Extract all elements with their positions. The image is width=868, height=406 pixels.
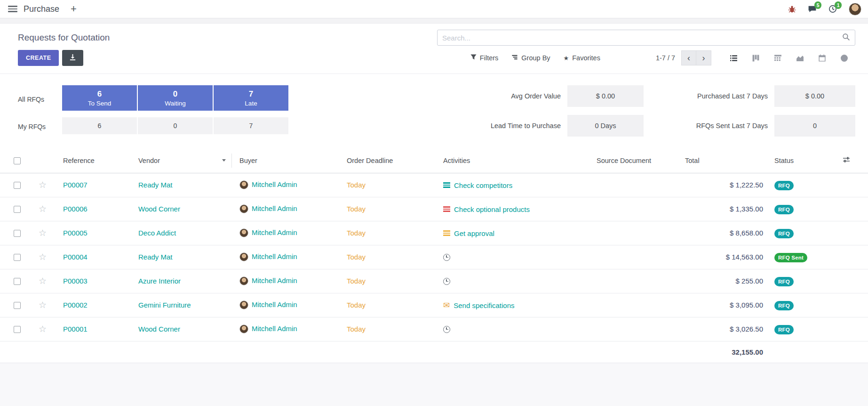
buyer-link[interactable]: Mitchell Admin (252, 180, 297, 188)
reference-link[interactable]: P00003 (63, 277, 88, 285)
search-input[interactable] (442, 34, 842, 42)
user-avatar[interactable] (849, 3, 861, 16)
pager-previous-button[interactable] (681, 50, 696, 65)
search-box[interactable] (437, 30, 855, 46)
buyer-link[interactable]: Mitchell Admin (252, 325, 297, 333)
vendor-link[interactable]: Wood Corner (138, 205, 180, 213)
activity-label[interactable]: Check competitors (454, 181, 512, 189)
column-header-activities[interactable]: Activities (436, 148, 591, 173)
reference-link[interactable]: P00007 (63, 181, 88, 189)
buyer-link[interactable]: Mitchell Admin (252, 228, 297, 236)
favorite-star-icon[interactable] (39, 180, 47, 190)
envelope-icon[interactable] (443, 301, 450, 309)
vendor-link[interactable]: Deco Addict (138, 229, 176, 237)
favorites-button[interactable]: Favorites (564, 54, 600, 62)
buyer-link[interactable]: Mitchell Admin (252, 276, 297, 284)
tasks-icon[interactable] (443, 230, 450, 236)
buyer-link[interactable]: Mitchell Admin (252, 252, 297, 260)
content-background (0, 363, 868, 406)
footer-total: 32,155.00 (732, 348, 763, 356)
vendor-link[interactable]: Azure Interior (138, 277, 181, 285)
column-header-total[interactable]: Total (685, 148, 770, 173)
vendor-link[interactable]: Wood Corner (138, 325, 180, 333)
kanban-view-button[interactable] (745, 50, 767, 66)
apps-menu-icon[interactable] (8, 6, 17, 12)
column-header-order-deadline[interactable]: Order Deadline (339, 148, 436, 173)
reference-link[interactable]: P00004 (63, 253, 88, 261)
debug-bug-icon[interactable] (788, 5, 796, 13)
search-icon[interactable] (842, 33, 850, 43)
vendor-link[interactable]: Gemini Furniture (138, 301, 191, 309)
pivot-view-button[interactable] (767, 50, 789, 66)
reference-link[interactable]: P00002 (63, 301, 88, 309)
row-checkbox[interactable] (14, 254, 21, 261)
reference-link[interactable]: P00001 (63, 325, 88, 333)
messages-badge: 5 (814, 1, 821, 9)
status-badge: RFQ (774, 301, 794, 310)
vendor-link[interactable]: Ready Mat (138, 181, 173, 189)
clock-icon[interactable] (443, 278, 450, 285)
favorite-star-icon[interactable] (39, 276, 47, 286)
create-button[interactable]: CREATE (18, 50, 59, 66)
download-button[interactable] (62, 50, 83, 66)
column-header-buyer[interactable]: Buyer (232, 148, 339, 173)
table-row[interactable]: P00002 Gemini Furniture Mitchell Admin T… (0, 293, 868, 317)
favorite-star-icon[interactable] (39, 300, 47, 310)
optional-columns-button[interactable] (843, 148, 868, 173)
row-checkbox[interactable] (14, 230, 21, 237)
buyer-link[interactable]: Mitchell Admin (252, 300, 297, 309)
total-amount: $ 3,095.00 (730, 301, 763, 309)
app-name[interactable]: Purchase (24, 4, 59, 14)
my-late[interactable]: 7 (214, 117, 288, 134)
row-checkbox[interactable] (14, 278, 21, 285)
column-header-source-document[interactable]: Source Document (591, 148, 685, 173)
tasks-icon[interactable] (443, 182, 450, 188)
table-row[interactable]: P00004 Ready Mat Mitchell Admin Today $ … (0, 245, 868, 269)
row-checkbox[interactable] (14, 302, 21, 309)
table-row[interactable]: P00006 Wood Corner Mitchell Admin Today … (0, 197, 868, 221)
list-view-button[interactable] (723, 50, 745, 66)
calendar-view-button[interactable] (811, 50, 833, 66)
clock-icon[interactable] (443, 254, 450, 261)
activities-clock-icon[interactable]: 1 (828, 5, 837, 13)
tasks-icon[interactable] (443, 206, 450, 212)
filters-button[interactable]: Filters (470, 54, 498, 62)
column-header-reference[interactable]: Reference (56, 148, 131, 173)
column-header-vendor[interactable]: Vendor (131, 148, 232, 173)
buyer-avatar (239, 300, 248, 309)
tile-late[interactable]: 7Late (214, 85, 288, 111)
select-all-checkbox[interactable] (14, 157, 21, 164)
activity-label[interactable]: Send specifications (454, 301, 514, 309)
activity-label[interactable]: Check optional products (454, 205, 530, 213)
activity-label[interactable]: Get approval (454, 229, 494, 237)
messages-icon[interactable]: 5 (808, 5, 817, 13)
row-checkbox[interactable] (14, 182, 21, 189)
group-by-button[interactable]: Group By (511, 54, 550, 62)
reference-link[interactable]: P00006 (63, 205, 88, 213)
stat-label-avg-order-value: Avg Order Value (443, 92, 561, 100)
tile-to-send[interactable]: 6To Send (62, 85, 137, 111)
row-checkbox[interactable] (14, 206, 21, 213)
activity-view-button[interactable] (833, 50, 855, 66)
table-row[interactable]: P00005 Deco Addict Mitchell Admin Today … (0, 221, 868, 245)
plus-icon[interactable] (71, 4, 77, 14)
row-checkbox[interactable] (14, 326, 21, 333)
buyer-link[interactable]: Mitchell Admin (252, 204, 297, 212)
favorite-star-icon[interactable] (39, 324, 47, 334)
graph-view-button[interactable] (789, 50, 811, 66)
favorite-star-icon[interactable] (39, 252, 47, 262)
favorite-star-icon[interactable] (39, 228, 47, 238)
my-waiting[interactable]: 0 (138, 117, 213, 134)
my-to-send[interactable]: 6 (62, 117, 137, 134)
tile-waiting[interactable]: 0Waiting (138, 85, 213, 111)
clock-icon[interactable] (443, 326, 450, 333)
column-header-status[interactable]: Status (770, 148, 843, 173)
reference-link[interactable]: P00005 (63, 229, 88, 237)
favorite-star-icon[interactable] (39, 204, 47, 214)
pager-next-button[interactable] (696, 50, 711, 65)
table-row[interactable]: P00007 Ready Mat Mitchell Admin Today Ch… (0, 173, 868, 197)
stat-label-rfqs-sent-last-7-days: RFQs Sent Last 7 Days (650, 122, 768, 130)
table-row[interactable]: P00003 Azure Interior Mitchell Admin Tod… (0, 269, 868, 293)
table-row[interactable]: P00001 Wood Corner Mitchell Admin Today … (0, 317, 868, 341)
vendor-link[interactable]: Ready Mat (138, 253, 173, 261)
